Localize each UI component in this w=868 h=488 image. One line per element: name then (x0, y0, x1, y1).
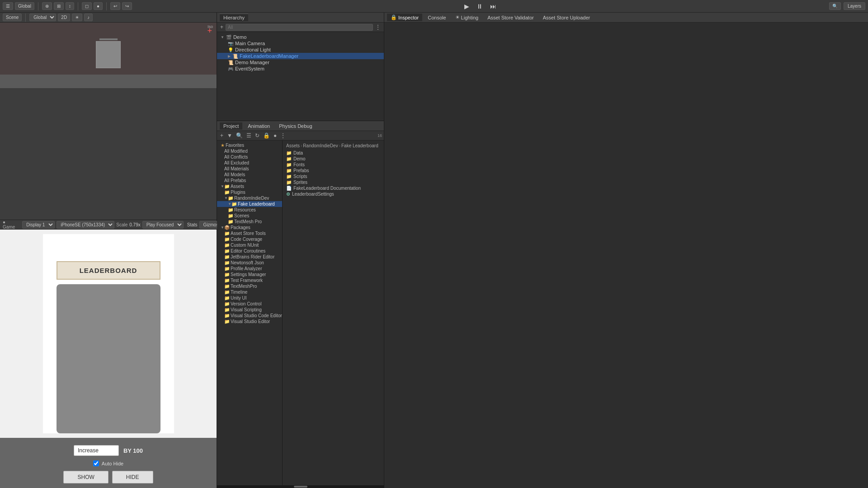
pkg-settings-manager[interactable]: 📁Settings Manager (217, 272, 282, 277)
scenes-item[interactable]: 📁Scenes (217, 213, 282, 219)
pivot-btn[interactable]: ● (94, 2, 103, 10)
packages-header[interactable]: ▼ 📦Packages (217, 225, 282, 230)
pkg-visual-scripting[interactable]: 📁Visual Scripting (217, 307, 282, 313)
asset-validator-tab[interactable]: Asset Store Validator (484, 14, 538, 21)
hierarchy-options-btn[interactable]: ⋮ (374, 23, 382, 31)
record-btn[interactable]: ● (272, 132, 278, 139)
file-scripts[interactable]: 📁 Scripts (286, 174, 380, 179)
device-dropdown[interactable]: iPhoneSE (750x1334) (57, 221, 114, 229)
hierarchy-item-maincamera[interactable]: 📷 Main Camera (217, 40, 384, 47)
hierarchy-item-demomanager[interactable]: 📜 Demo Manager (217, 59, 384, 66)
assets-header[interactable]: ▼ 📁 Assets (217, 183, 282, 189)
play-mode-dropdown[interactable]: Play Focused (142, 221, 184, 229)
add-hierarchy-btn[interactable]: + (219, 23, 225, 31)
hierarchy-item-demo[interactable]: ▼ 🎬 Demo (217, 34, 384, 40)
layers-button[interactable]: Layers (844, 2, 865, 10)
view-btn[interactable]: ◻ (82, 2, 92, 10)
scale-tool-btn[interactable]: ↕ (66, 2, 74, 10)
scene-tab[interactable]: Scene (3, 14, 22, 21)
ec-icon: 📁 (224, 249, 230, 253)
view-mode-dropdown[interactable]: Global (29, 14, 56, 21)
unity-logo-btn[interactable]: ☰ (3, 2, 13, 10)
favorites-all-excluded[interactable]: All Excluded (217, 160, 282, 166)
project-scrollbar[interactable] (217, 485, 384, 488)
breadcrumb-randomindie[interactable]: RandomIndieDev (303, 143, 338, 148)
project-tab[interactable]: Project (220, 122, 242, 130)
lighting-tab[interactable]: ☀ Lighting (452, 14, 482, 21)
file-data[interactable]: 📁 Data (286, 150, 380, 156)
project-menu-btn[interactable]: ▼ (226, 132, 234, 139)
animation-tab[interactable]: Animation (244, 122, 274, 130)
pkg-editor-coroutines[interactable]: 📁Editor Coroutines (217, 248, 282, 254)
hierarchy-item-fakeleaderboard[interactable]: ▶ 📜 FakeLeaderboardManager (217, 53, 384, 59)
physics-debug-tab[interactable]: Physics Debug (275, 122, 316, 130)
filter-btn[interactable]: ☰ (245, 132, 253, 139)
redo-btn[interactable]: ↪ (122, 2, 132, 10)
light-btn[interactable]: ☀ (72, 14, 82, 21)
pkg-asset-store-tools[interactable]: 📁Asset Store Tools (217, 230, 282, 236)
file-fonts[interactable]: 📁 Fonts (286, 162, 380, 168)
favorites-all-materials[interactable]: All Materials (217, 166, 282, 172)
snap-btn[interactable]: ⊞ (54, 2, 64, 10)
file-fakeleaderboard-doc[interactable]: 📄 FakeLeaderboard Documentation (286, 185, 380, 191)
fakeleaderboard-folder-item[interactable]: ▼ 📁Fake Leaderboard (217, 201, 282, 207)
pause-button[interactable]: ⏸ (475, 2, 485, 11)
pkg-profile-analyzer[interactable]: 📁Profile Analyzer (217, 266, 282, 272)
hierarchy-item-eventsystem[interactable]: 🎮 EventSystem (217, 66, 384, 72)
search-btn[interactable]: 🔍 (829, 2, 841, 10)
inspector-tab[interactable]: 🔒 Inspector (387, 14, 422, 21)
asset-uploader-tab[interactable]: Asset Store Uploader (539, 14, 594, 21)
step-button[interactable]: ⏭ (488, 2, 498, 11)
stats-btn[interactable]: Stats (187, 222, 198, 227)
favorites-all-conflicts[interactable]: All Conflicts (217, 154, 282, 160)
pkg-newtonsoft[interactable]: 📁Newtonsoft Json (217, 260, 282, 266)
display-dropdown[interactable]: Display 1 (22, 221, 55, 229)
pkg-code-coverage[interactable]: 📁Code Coverage (217, 236, 282, 242)
play-button[interactable]: ▶ (462, 2, 471, 11)
favorites-all-prefabs[interactable]: All Prefabs (217, 178, 282, 183)
2d-btn[interactable]: 2D (58, 14, 70, 21)
pkg-textmeshpro2[interactable]: 📁TextMeshPro (217, 283, 282, 289)
console-tab[interactable]: Console (424, 14, 449, 21)
hierarchy-item-light[interactable]: 💡 Directional Light (217, 47, 384, 53)
pkg-vscode-editor[interactable]: 📁Visual Studio Code Editor (217, 313, 282, 319)
breadcrumb-assets[interactable]: Assets (286, 143, 300, 148)
options-btn[interactable]: ⋮ (279, 132, 287, 139)
search-btn[interactable]: 🔍 (235, 132, 244, 139)
pkg-vstudio-editor[interactable]: 📁Visual Studio Editor (217, 319, 282, 324)
lock-btn[interactable]: 🔒 (262, 132, 271, 139)
hierarchy-search[interactable] (226, 24, 373, 31)
file-leaderboardsettings[interactable]: ⚙ LeaderboardSettings (286, 191, 380, 197)
audio-btn[interactable]: ♪ (84, 14, 93, 21)
increase-dropdown[interactable]: Increase Decrease Set (74, 445, 119, 456)
favorites-header[interactable]: ★ Favorites (217, 142, 282, 148)
pkg-timeline[interactable]: 📁Timeline (217, 289, 282, 295)
textmeshpro-item[interactable]: 📁TextMesh Pro (217, 219, 282, 225)
plugins-item[interactable]: 📁Plugins (217, 189, 282, 195)
file-sprites[interactable]: 📁 Sprites (286, 179, 380, 185)
scene-mode-btn[interactable]: Global (15, 2, 34, 10)
undo-btn[interactable]: ↩ (110, 2, 120, 10)
pkg-custom-nunit[interactable]: 📁Custom NUnit (217, 242, 282, 248)
hierarchy-tab[interactable]: Hierarchy (220, 14, 248, 21)
randomindie-item[interactable]: ▼ 📁RandomIndieDev (217, 195, 282, 201)
pkg-test-framework[interactable]: 📁Test Framework (217, 277, 282, 283)
game-tab[interactable]: ● Game (3, 220, 15, 230)
pkg-unity-ui[interactable]: 📁Unity UI (217, 295, 282, 301)
hide-button[interactable]: HIDE (112, 471, 153, 483)
resources-item[interactable]: 📁Resources (217, 207, 282, 213)
file-demo[interactable]: 📁 Demo (286, 156, 380, 162)
eventsystem-label: EventSystem (235, 66, 264, 71)
favorites-all-models[interactable]: All Models (217, 172, 282, 178)
file-prefabs[interactable]: 📁 Prefabs (286, 168, 380, 174)
scene-cube (96, 41, 121, 68)
pkg-version-control[interactable]: 📁Version Control (217, 301, 282, 307)
pkg-jetbrains[interactable]: 📁JetBrains Rider Editor (217, 254, 282, 260)
favorites-all-modified[interactable]: All Modified (217, 148, 282, 154)
transform-btn[interactable]: ⊕ (42, 2, 52, 10)
breadcrumb-fakeleaderboard[interactable]: Fake Leaderboard (341, 143, 378, 148)
refresh-btn[interactable]: ↻ (254, 132, 261, 139)
show-button[interactable]: SHOW (63, 471, 108, 483)
auto-hide-checkbox[interactable] (93, 460, 99, 466)
add-asset-btn[interactable]: + (219, 132, 225, 139)
